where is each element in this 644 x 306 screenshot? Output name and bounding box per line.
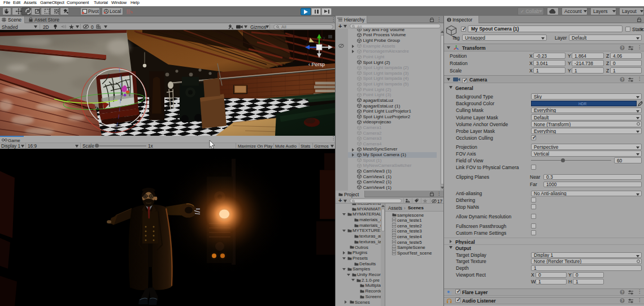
svg-text:‹ Persp: ‹ Persp xyxy=(308,62,325,67)
svg-text:y: y xyxy=(323,36,325,40)
svg-text:?: ? xyxy=(621,299,624,303)
svg-text:?: ? xyxy=(621,290,624,294)
svg-text:z: z xyxy=(306,42,308,46)
svg-text:?: ? xyxy=(621,46,624,50)
svg-text:?: ? xyxy=(621,77,624,81)
